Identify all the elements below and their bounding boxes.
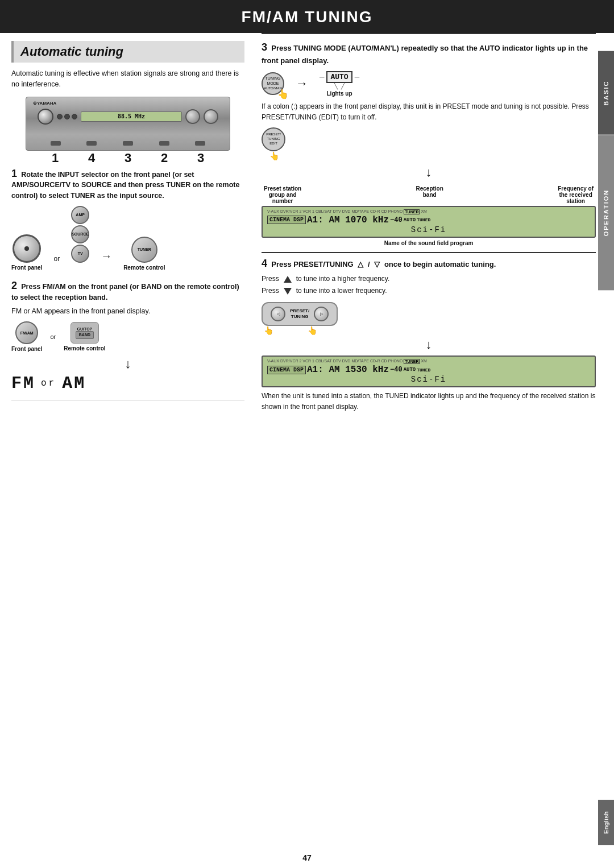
sidebar-operation: OPERATION [598, 135, 614, 290]
receiver-num-2: 2 [161, 151, 168, 166]
step4: 4 Press PRESET/TUNING △ / ▽ once to begi… [262, 252, 596, 413]
tuner-remote-btn: TUNER [131, 237, 157, 263]
press-up-item: Press to tune into a higher frequency. [262, 273, 596, 286]
col-label-frequency: Frequency of the received station [558, 185, 594, 204]
step3-display: V-AUX DVR/VCR 2 VCR 1 CBL/SAT DTV DVD MD… [262, 206, 596, 238]
display-top-labels: V-AUX DVR/VCR 2 VCR 1 CBL/SAT DTV DVD MD… [267, 209, 590, 214]
step1-title: Rotate the INPUT selector on the front p… [11, 171, 239, 200]
step1-remote-diagram: TUNER Remote control [123, 237, 165, 271]
down-arrow3: ↓ [262, 337, 596, 352]
preset-edit-icon: PRESET/TUNINGEDIT [262, 127, 285, 151]
triangle-up-title: △ [358, 260, 363, 268]
cinema-dsp-badge: CINEMA DSP [267, 216, 306, 224]
display-main-text: A1: AM 1070 kHz [307, 215, 389, 225]
step4-tuned-desc: When the unit is tuned into a station, t… [262, 391, 596, 412]
lights-up-label: Lights up [320, 90, 359, 97]
press-list: Press to tune into a higher frequency. P… [262, 273, 596, 297]
step4-display: V-AUX DVR/VCR 2 VCR 1 CBL/SAT DTV DVD MD… [262, 356, 596, 387]
display-auto: AUTO [404, 217, 416, 223]
step1-front-panel-diagram: Front panel [11, 234, 42, 271]
page-title: FM/AM TUNING [0, 0, 614, 33]
display-main-row: CINEMA DSP A1: AM 1070 kHz −40 AUTO TUNE… [267, 215, 590, 225]
intro-text: Automatic tuning is effective when stati… [11, 68, 244, 90]
section-heading: Automatic tuning [11, 41, 244, 63]
step4-cinema-badge: CINEMA DSP [267, 366, 306, 374]
preset-tuning-label: PRESET/TUNING [290, 308, 309, 320]
receiver-num-3b: 3 [197, 151, 204, 166]
tuning-mode-icon-wrap: TUNINGMODEAUTO/MAN 👆 [262, 72, 284, 95]
step2-remote-label: Remote control [64, 345, 105, 352]
triangle-down-icon [284, 288, 292, 295]
preset-right-btn: ▷ [314, 307, 329, 321]
display-tuned: TUNED [417, 217, 430, 222]
step3-desc: If a colon (:) appears in the front pane… [262, 101, 596, 123]
step2-or: or [50, 333, 56, 340]
triangle-up-icon [284, 276, 292, 283]
press-down-item: Press to tune into a lower frequency. [262, 285, 596, 297]
page-number: 47 [302, 853, 312, 862]
down-arrow2: ↓ [262, 165, 596, 180]
step2: 2 Press FM/AM on the front panel (or BAN… [11, 280, 244, 400]
receiver-num-1: 1 [52, 151, 59, 166]
right-column: 3 Press TUNING MODE (AUTO/MAN'L) repeate… [256, 33, 596, 416]
preset-left-btn: ◁ [271, 307, 285, 321]
receiver-image: ⊕YAMAHA 88.5 MHz [26, 97, 230, 151]
tv-btn: TV [71, 245, 89, 263]
name-of-sound-label: Name of the sound field program [262, 240, 596, 246]
main-content: Automatic tuning Automatic tuning is eff… [0, 33, 614, 416]
sidebar-basic: BASIC [598, 51, 614, 135]
step4-display-main: CINEMA DSP A1: AM 1530 kHz −40 AUTO TUNE… [267, 365, 590, 375]
step2-diagram: FM/AM Front panel or GUITOP BAND Remote … [11, 321, 244, 352]
step2-title: Press FM/AM on the front panel (or BAND … [11, 283, 239, 301]
triangle-down-title: ▽ [374, 260, 380, 268]
band-remote-btn: GUITOP BAND [70, 322, 99, 344]
step1-number: 1 [11, 168, 17, 179]
step2-body: FM or AM appears in the front panel disp… [11, 306, 244, 317]
step4-auto: AUTO [404, 367, 416, 373]
front-panel-label: Front panel [11, 264, 42, 271]
step3: 3 Press TUNING MODE (AUTO/MAN'L) repeate… [262, 33, 596, 246]
step2-front-label: Front panel [11, 346, 42, 352]
remote-label1: Remote control [123, 264, 165, 271]
preset-tuning-remote: ◁ PRESET/TUNING ▷ [262, 302, 338, 326]
right-sidebar: BASIC OPERATION [598, 51, 614, 290]
display-sub: Sci-Fi [267, 225, 590, 234]
step2-remote-diagram: GUITOP BAND Remote control [64, 322, 105, 352]
step4-remote-diagram: ◁ PRESET/TUNING ▷ 👆 👆 [262, 302, 596, 335]
auto-indicator-box: — AUTO — ╲╱ Lights up [320, 71, 359, 97]
left-column: Automatic tuning Automatic tuning is eff… [11, 33, 256, 416]
receiver-num-3a: 3 [125, 151, 131, 166]
auto-diagram: TUNINGMODEAUTO/MAN 👆 → — AUTO — [262, 71, 596, 97]
amp-btn: AMP [71, 206, 89, 224]
auto-word: AUTO [326, 71, 352, 83]
or-fm-am: or [41, 378, 56, 388]
fmam-front-btn: FM/AM [15, 321, 38, 344]
step3-title: 3 Press TUNING MODE (AUTO/MAN'L) repeate… [262, 40, 596, 67]
step4-tuned: TUNED [417, 367, 430, 373]
receiver-num-4: 4 [88, 151, 95, 166]
fm-label: FM [11, 374, 35, 393]
am-label: AM [62, 374, 86, 393]
step2-front-panel-diagram: FM/AM Front panel [11, 321, 42, 352]
source-btn: SOURCE [71, 225, 89, 243]
step4-display-top-labels: V-AUX DVR/VCR 2 VCR 1 CBL/SAT DTV DVD MD… [267, 359, 590, 364]
display-volume: −40 [390, 216, 403, 224]
step3-display-annotated: Preset station group and number Receptio… [262, 185, 596, 246]
step1: 1 Rotate the INPUT selector on the front… [11, 168, 244, 271]
step4-display-text: A1: AM 1530 kHz [307, 365, 389, 375]
or-label1: or [53, 255, 60, 263]
sidebar-english: English [598, 800, 614, 845]
down-arrow1: ↓ [11, 357, 244, 371]
col-label-reception: Reception band [416, 185, 443, 204]
step4-title: 4 Press PRESET/TUNING △ / ▽ once to begi… [262, 252, 596, 270]
fm-am-display: FM or AM [11, 374, 244, 393]
step2-number: 2 [11, 280, 17, 291]
step4-volume: −40 [390, 366, 403, 374]
amp-source-stack: AMP SOURCE TV [71, 206, 89, 263]
step4-display-sub: Sci-Fi [267, 375, 590, 384]
col-label-preset: Preset station group and number [264, 185, 301, 204]
step3-arrow: → [296, 76, 308, 91]
step1-arrow: → [101, 250, 112, 263]
input-knob [13, 234, 41, 263]
